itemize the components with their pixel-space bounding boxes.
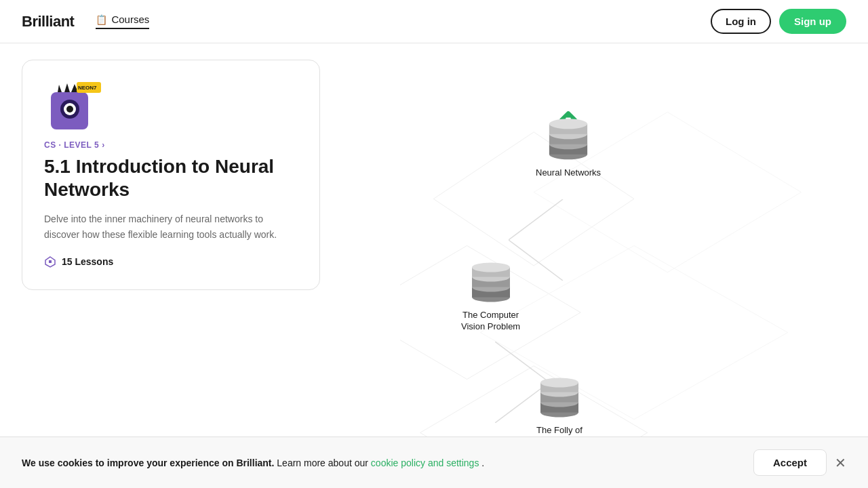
level-arrow: › <box>102 140 105 150</box>
brilliant-logo[interactable]: Brilliant <box>22 13 74 30</box>
svg-point-31 <box>472 263 510 272</box>
computer-vision-label: The ComputerVision Problem <box>461 310 520 333</box>
svg-point-38 <box>540 378 578 388</box>
course-title: 5.1 Introduction to Neural Networks <box>44 155 298 201</box>
svg-marker-4 <box>64 83 70 92</box>
left-panel: NEON7 CS · LEVEL 5 › 5.1 Introduction to… <box>0 43 400 488</box>
header-left: Brilliant 📋 Courses <box>22 13 149 30</box>
main-content: NEON7 CS · LEVEL 5 › 5.1 Introduction to… <box>0 43 868 488</box>
header-right: Log in Sign up <box>711 9 846 34</box>
folly-programming-stack <box>532 369 587 420</box>
accept-button[interactable]: Accept <box>753 449 827 476</box>
course-description: Delve into the inner machinery of neural… <box>44 211 298 242</box>
svg-point-3 <box>66 106 73 113</box>
course-mascot: NEON7 <box>44 82 98 129</box>
lessons-badge: 15 Lessons <box>44 256 298 268</box>
cookie-policy-link[interactable]: cookie policy and settings <box>371 458 479 468</box>
neural-networks-node[interactable]: Neural Networks <box>536 111 601 179</box>
close-cookie-button[interactable]: ✕ <box>835 456 846 470</box>
lessons-count: 15 Lessons <box>62 256 113 267</box>
cookie-text-middle: Learn more about our <box>277 458 371 468</box>
cookie-text: We use cookies to improve your experienc… <box>22 458 753 468</box>
course-card: NEON7 CS · LEVEL 5 › 5.1 Introduction to… <box>22 60 320 290</box>
cookie-banner: We use cookies to improve your experienc… <box>0 436 868 488</box>
computer-vision-node[interactable]: The ComputerVision Problem <box>461 253 520 333</box>
course-level-text: CS · LEVEL 5 <box>44 140 99 150</box>
svg-rect-10 <box>49 260 52 263</box>
cookie-actions: Accept ✕ <box>753 449 846 476</box>
svg-text:NEON7: NEON7 <box>78 85 97 91</box>
signup-button[interactable]: Sign up <box>779 9 846 34</box>
course-level[interactable]: CS · LEVEL 5 › <box>44 140 298 150</box>
header: Brilliant 📋 Courses Log in Sign up <box>0 0 868 43</box>
neural-networks-stack <box>541 111 595 162</box>
svg-marker-5 <box>58 85 62 92</box>
cookie-text-end: . <box>481 458 484 468</box>
nav-courses[interactable]: 📋 Courses <box>96 14 149 29</box>
courses-icon: 📋 <box>96 14 107 25</box>
svg-point-24 <box>549 119 587 129</box>
cookie-text-bold: We use cookies to improve your experienc… <box>22 458 274 468</box>
mascot-svg: NEON7 <box>44 82 105 133</box>
neural-networks-label: Neural Networks <box>536 167 601 179</box>
courses-label: Courses <box>111 14 149 25</box>
course-map: Neural Networks The ComputerVision Probl… <box>400 43 868 488</box>
login-button[interactable]: Log in <box>711 9 771 34</box>
computer-vision-stack <box>464 253 518 304</box>
lessons-icon <box>44 256 56 268</box>
